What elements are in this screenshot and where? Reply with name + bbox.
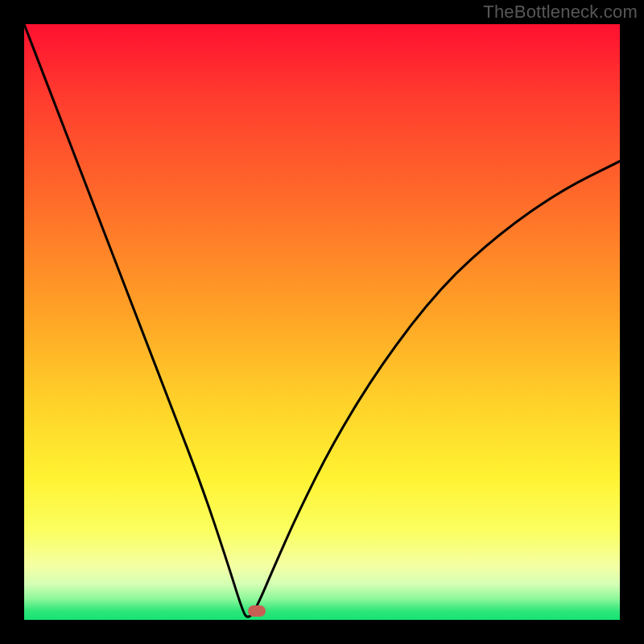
watermark-text: TheBottleneck.com [483, 2, 638, 23]
plot-area [24, 24, 620, 620]
bottleneck-curve [24, 24, 620, 620]
chart-frame: TheBottleneck.com [0, 0, 644, 644]
minimum-marker [248, 605, 266, 617]
